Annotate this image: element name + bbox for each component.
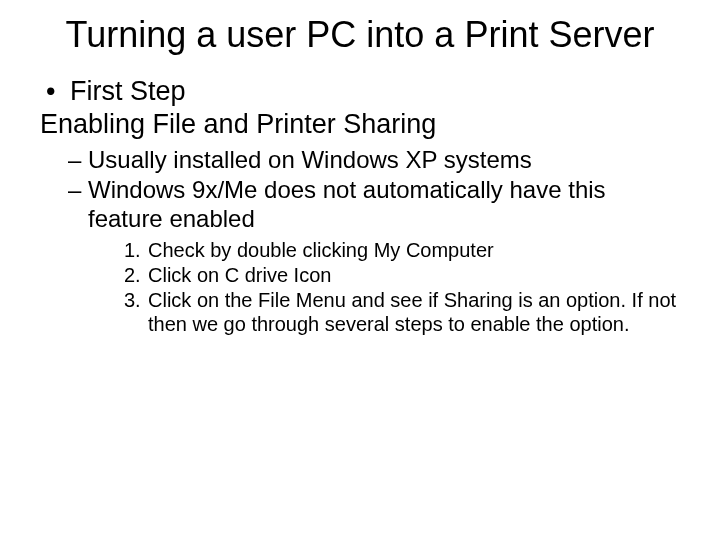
slide-title: Turning a user PC into a Print Server xyxy=(40,14,680,55)
sub-bullet-item: – Usually installed on Windows XP system… xyxy=(68,146,680,175)
slide: Turning a user PC into a Print Server • … xyxy=(0,0,720,540)
body-line-2: Enabling File and Printer Sharing xyxy=(40,108,680,140)
numbered-item: 2. Click on C drive Icon xyxy=(124,263,680,287)
numbered-text: Click on the File Menu and see if Sharin… xyxy=(148,288,680,336)
bullet-marker: • xyxy=(40,75,70,107)
sub-bullet-item: – Windows 9x/Me does not automatically h… xyxy=(68,176,680,234)
bullet-item-1: • First Step xyxy=(40,75,680,107)
dash-marker: – xyxy=(68,146,88,175)
dash-marker: – xyxy=(68,176,88,205)
bullet-text: First Step xyxy=(70,75,186,107)
number-marker: 1. xyxy=(124,238,148,262)
sub-bullet-list: – Usually installed on Windows XP system… xyxy=(68,146,680,335)
sub-bullet-text: Windows 9x/Me does not automatically hav… xyxy=(88,176,680,234)
numbered-item: 1. Check by double clicking My Computer xyxy=(124,238,680,262)
numbered-text: Check by double clicking My Computer xyxy=(148,238,494,262)
sub-bullet-text: Usually installed on Windows XP systems xyxy=(88,146,532,175)
number-marker: 3. xyxy=(124,288,148,312)
numbered-text: Click on C drive Icon xyxy=(148,263,331,287)
slide-body: • First Step Enabling File and Printer S… xyxy=(40,75,680,335)
number-marker: 2. xyxy=(124,263,148,287)
numbered-list: 1. Check by double clicking My Computer … xyxy=(124,238,680,336)
numbered-item: 3. Click on the File Menu and see if Sha… xyxy=(124,288,680,336)
